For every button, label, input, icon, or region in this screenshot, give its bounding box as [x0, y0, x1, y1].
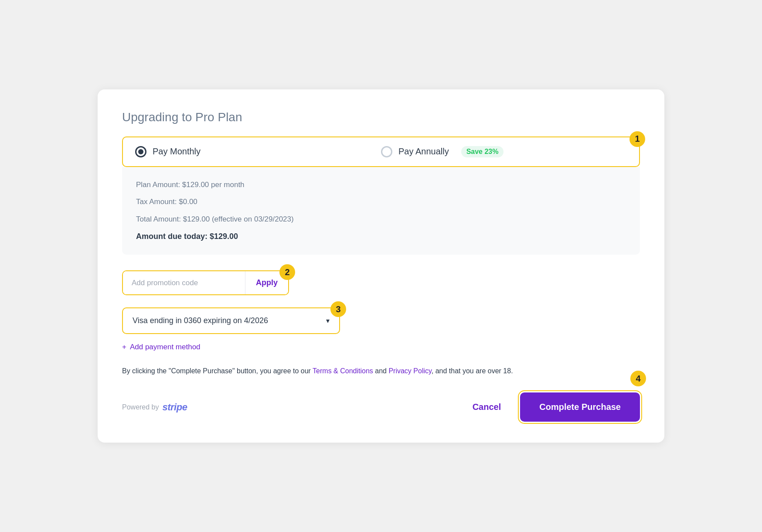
footer: Powered by stripe Cancel Complete Purcha…	[122, 392, 640, 422]
save-badge: Save 23%	[461, 146, 504, 157]
plan-amount: Plan Amount: $129.00 per month	[136, 179, 626, 191]
payment-frequency-section: Pay Monthly Pay Annually Save 23% 1 Plan…	[122, 136, 640, 255]
pay-annually-radio[interactable]	[381, 146, 392, 157]
footer-actions: Cancel Complete Purchase 4	[466, 392, 640, 422]
card-select-text: Visa ending in 0360 expiring on 4/2026	[133, 316, 268, 325]
payment-options-box: Pay Monthly Pay Annually Save 23% 1	[122, 136, 640, 167]
pay-monthly-label: Pay Monthly	[153, 147, 201, 157]
promo-input[interactable]	[123, 271, 245, 294]
legal-text: By clicking the "Complete Purchase" butt…	[122, 365, 640, 377]
legal-and: and	[373, 367, 389, 375]
promo-section: Apply 2	[122, 270, 289, 295]
stripe-logo: stripe	[163, 402, 187, 413]
pay-annually-option[interactable]: Pay Annually Save 23%	[381, 146, 627, 157]
chevron-down-icon: ▾	[326, 317, 330, 325]
checkout-card: Upgrading to Pro Plan Pay Monthly Pay An…	[98, 89, 664, 443]
tax-amount: Tax Amount: $0.00	[136, 196, 626, 208]
complete-purchase-button[interactable]: Complete Purchase	[520, 392, 640, 422]
amount-due: Amount due today: $129.00	[136, 231, 626, 242]
pay-monthly-radio[interactable]	[135, 146, 146, 157]
pay-annually-label: Pay Annually	[398, 147, 449, 157]
annotation-2: 2	[279, 264, 295, 280]
plan-details: Plan Amount: $129.00 per month Tax Amoun…	[122, 167, 640, 255]
total-amount: Total Amount: $129.00 (effective on 03/2…	[136, 214, 626, 225]
add-payment-label: Add payment method	[130, 343, 201, 351]
annotation-4: 4	[630, 371, 646, 386]
pay-monthly-option[interactable]: Pay Monthly	[135, 146, 381, 157]
plus-icon: +	[122, 343, 126, 351]
privacy-link[interactable]: Privacy Policy	[388, 367, 431, 375]
save-percent: 23%	[484, 148, 498, 155]
annotation-1: 1	[629, 131, 645, 147]
complete-btn-wrapper: Complete Purchase 4	[520, 392, 640, 422]
powered-by-label: Powered by	[122, 403, 159, 411]
annotation-3: 3	[330, 301, 346, 317]
card-section: Visa ending in 0360 expiring on 4/2026 ▾…	[122, 307, 340, 334]
cancel-button[interactable]: Cancel	[466, 397, 508, 417]
promo-box: Apply	[122, 270, 289, 295]
add-payment-method-link[interactable]: + Add payment method	[122, 343, 640, 351]
legal-before: By clicking the "Complete Purchase" butt…	[122, 367, 313, 375]
page-title: Upgrading to Pro Plan	[122, 110, 640, 124]
card-select[interactable]: Visa ending in 0360 expiring on 4/2026 ▾	[122, 307, 340, 334]
terms-link[interactable]: Terms & Conditions	[313, 367, 373, 375]
legal-after: , and that you are over 18.	[432, 367, 513, 375]
powered-by: Powered by stripe	[122, 402, 187, 413]
